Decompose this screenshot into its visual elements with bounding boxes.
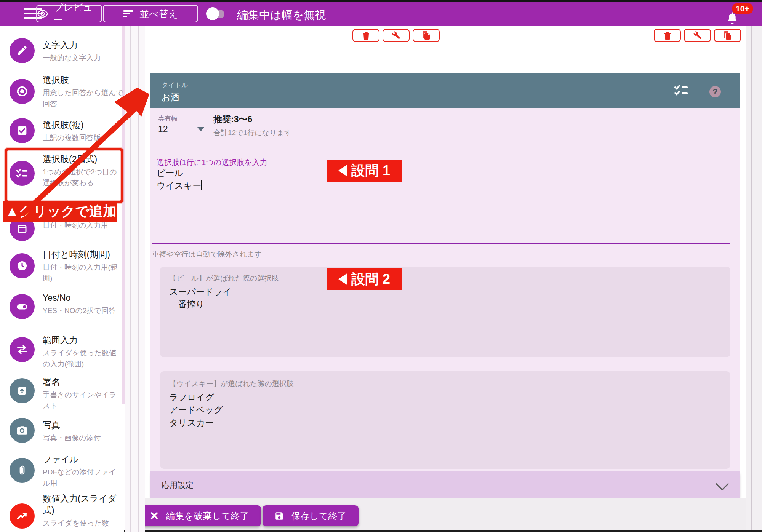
sidebar-item-title: 数値入力(スライダ式)	[43, 493, 123, 516]
annotation-question-2: 設問 2	[327, 268, 402, 290]
sidebar-item-title: 選択肢(複)	[43, 119, 123, 131]
choice-line: ウイスキー	[157, 179, 347, 192]
item-action-group-right	[654, 29, 741, 42]
toggle-knob	[206, 7, 219, 20]
duplicate-button[interactable]	[413, 29, 440, 42]
sidebar-item-text-input[interactable]: 文字入力 一般的な文字入力	[0, 37, 124, 72]
right-margin-line	[751, 26, 752, 532]
sidebar-item-signature[interactable]: 署名 手書きのサインやイラスト	[0, 374, 124, 415]
choice-line: アードベッグ	[169, 404, 352, 416]
gutter-line-1	[130, 26, 131, 532]
choices-textarea[interactable]: ビール ウイスキー	[157, 167, 347, 192]
duplicate-button[interactable]	[714, 29, 741, 42]
preview-button-label: プレビュー	[54, 1, 101, 26]
settings-button[interactable]	[684, 29, 711, 42]
delete-button[interactable]	[654, 29, 681, 42]
sidebar-item-title: 日付と時刻(期間)	[43, 249, 123, 260]
sidebar-item-subtitle: 写真・画像の添付	[43, 433, 123, 444]
sidebar-gutter	[125, 26, 145, 532]
wrench-icon	[693, 31, 702, 40]
right-margin-strip	[746, 26, 762, 532]
pencil-icon	[10, 38, 35, 63]
whisky-choices-textarea[interactable]: ラフロイグ アードベッグ タリスカー	[169, 391, 352, 429]
annotation-question-1: 設問 1	[327, 160, 402, 182]
choice-line: ラフロイグ	[169, 391, 352, 404]
sidebar-item-title: Yes/No	[43, 292, 123, 304]
width-select-label: 専有幅	[158, 114, 178, 123]
sidebar-item-subtitle: 用意した回答から選んで回答	[43, 88, 123, 109]
beer-choices-label: 【ビール】が選ばれた際の選択肢	[169, 273, 279, 283]
top-toolbar: プレビュー 並べ替え 編集中は幅を無視 10+	[0, 0, 762, 26]
clock-icon	[10, 253, 35, 278]
trash-icon	[362, 31, 370, 40]
arrow-left-icon	[338, 273, 347, 285]
beer-choices-textarea[interactable]: スーパードライ 一番搾り	[169, 286, 352, 311]
sidebar-item-subtitle: 手書きのサインやイラスト	[43, 390, 123, 411]
checklist-type-icon	[674, 84, 689, 97]
title-field-label: タイトル	[162, 81, 188, 89]
sidebar-item-date-time-range[interactable]: 日付と時刻(期間) 日付・時刻の入力用(範囲)	[0, 246, 124, 291]
chevron-down-icon	[716, 477, 729, 490]
preview-button[interactable]: プレビュー	[36, 5, 102, 22]
settings-button[interactable]	[383, 29, 410, 42]
width-select[interactable]: 12	[158, 124, 205, 137]
toolbar-toggle-label: 編集中は幅を無視	[237, 8, 326, 23]
sidebar-item-subtitle: スライダを使った数	[43, 518, 123, 529]
arrow-left-icon	[338, 165, 347, 177]
sidebar-item-yes-no[interactable]: Yes/No YES・NOの2択で回答	[0, 289, 124, 331]
notification-badge: 10+	[732, 3, 753, 14]
editor-card-body: 専有幅 12 推奨:3〜6 合計12で1行になります 選択肢(1行に1つの選択肢…	[150, 108, 740, 471]
beer-choices-panel[interactable]: 【ビール】が選ばれた際の選択肢 スーパードライ 一番搾り	[160, 267, 730, 357]
sidebar-item-title: ファイル	[43, 454, 123, 465]
item-action-group-left	[352, 29, 440, 42]
sidebar-item-range-input[interactable]: 範囲入力 スライダを使った数値の入力(範囲)	[0, 332, 124, 377]
camera-icon	[10, 418, 35, 443]
sidebar-item-title: 写真	[43, 419, 123, 431]
copy-icon	[723, 30, 732, 40]
app-window: タイトル お酒 ? 専有幅 12 推奨:3〜6 合計12で1行になります 選択肢…	[0, 0, 762, 532]
annotation-question-1-label: 設問 1	[351, 161, 390, 180]
choice-line: タリスカー	[169, 417, 352, 429]
paperclip-icon	[10, 458, 35, 483]
dedupe-note: 重複や空行は自動で除外されます	[152, 249, 262, 259]
ignore-width-toggle[interactable]	[208, 10, 224, 18]
width-hint-total: 合計12で1行になります	[213, 128, 291, 138]
title-field-value[interactable]: お酒	[162, 91, 188, 103]
sidebar-item-file[interactable]: ファイル PDFなどの添付ファイル用	[0, 451, 124, 494]
sidebar-item-title: 選択肢	[43, 74, 123, 86]
width-select-value: 12	[158, 124, 168, 134]
radio-icon	[10, 79, 35, 104]
annotation-question-2-label: 設問 2	[351, 270, 390, 289]
sidebar-item-title: 文字入力	[43, 39, 123, 51]
choices-input-label: 選択肢(1行に1つの選択肢を入力	[157, 157, 267, 168]
sidebar-item-subtitle: PDFなどの添付ファイル用	[43, 467, 123, 489]
choice-line: 一番搾り	[169, 298, 352, 311]
sidebar-item-title: 範囲入力	[43, 334, 123, 346]
sort-button[interactable]: 並べ替え	[103, 5, 198, 22]
trash-icon	[663, 31, 672, 40]
width-hint-recommended: 推奨:3〜6	[213, 113, 252, 125]
advanced-settings-label: 応用設定	[162, 480, 194, 490]
sort-icon	[123, 9, 134, 18]
range-arrows-icon	[10, 337, 35, 362]
trending-up-icon	[10, 503, 35, 529]
sidebar-item-photo[interactable]: 写真 写真・画像の添付	[0, 417, 124, 452]
sidebar-item-title: 署名	[43, 376, 123, 388]
help-icon[interactable]: ?	[709, 86, 721, 97]
sidebar-item-choice[interactable]: 選択肢 用意した回答から選んで回答	[0, 72, 124, 117]
section-divider	[152, 243, 730, 244]
delete-button[interactable]	[352, 29, 379, 42]
advanced-settings-row[interactable]: 応用設定	[150, 471, 740, 498]
sidebar-item-numeric-slider[interactable]: 数値入力(スライダ式) スライダを使った数	[0, 491, 124, 532]
sidebar-item-choice-multi[interactable]: 選択肢(複) 上記の複数回答版	[0, 117, 124, 152]
save-button[interactable]: 保存して終了	[263, 505, 359, 526]
whisky-choices-panel[interactable]: 【ウイスキー】が選ばれた際の選択肢 ラフロイグ アードベッグ タリスカー	[160, 371, 730, 469]
choice-line: スーパードライ	[169, 286, 352, 298]
choice-line: ビール	[157, 167, 347, 179]
sidebar-item-subtitle: 一般的な文字入力	[43, 53, 123, 64]
close-icon: ✕	[150, 509, 159, 522]
copy-icon	[422, 30, 431, 40]
dropdown-arrow-icon	[197, 127, 204, 131]
sidebar-item-subtitle: スライダを使った数値の入力(範囲)	[43, 348, 123, 369]
discard-button[interactable]: ✕ 編集を破棄して終了	[138, 505, 261, 526]
